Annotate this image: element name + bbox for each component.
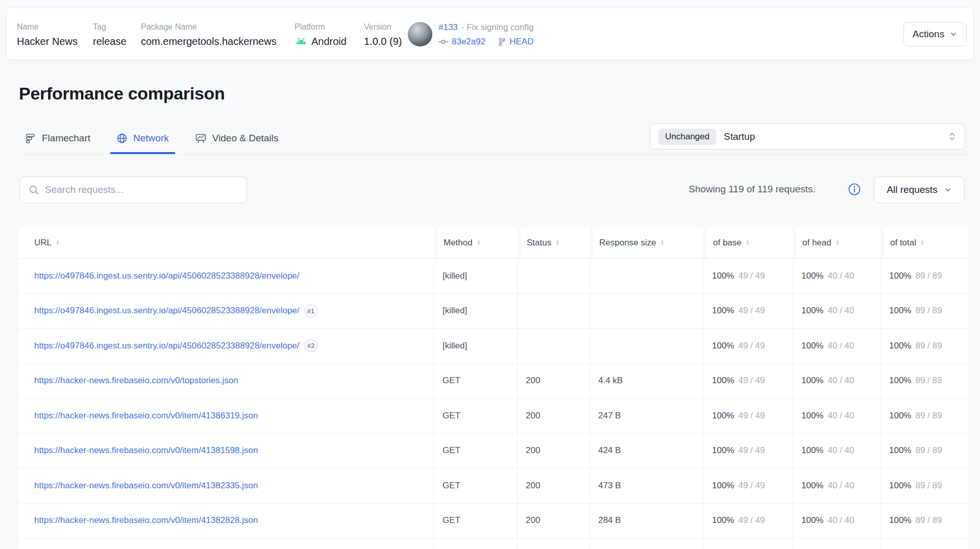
sort-icon[interactable]: ▲▼ [660, 240, 665, 246]
table-row: https://o497846.ingest.us.sentry.io/api/… [19, 329, 968, 364]
performance-comparison-page: Name Hacker News Tag release Package Nam… [0, 0, 980, 549]
of-head-cell: 100%40 / 40 [793, 504, 880, 538]
version-field: Version 1.0.0 (9) [364, 22, 402, 47]
fraction-value: 49 / 49 [738, 341, 765, 351]
tab-label: Video & Details [212, 133, 279, 144]
column-header-of-total[interactable]: of total▲▼ [880, 228, 968, 258]
flamechart-icon [25, 133, 36, 144]
field-label: Version [364, 22, 402, 32]
search-input[interactable] [45, 184, 239, 195]
filter-label: All requests [887, 184, 937, 195]
of-head-cell: 100%40 / 40 [793, 434, 880, 468]
column-label: Method [444, 238, 473, 248]
url-link[interactable]: https://o497846.ingest.us.sentry.io/api/… [34, 306, 300, 316]
table-header-row: URL▲▼Method▲▼Status▲▼Response size▲▼of b… [19, 228, 968, 258]
tab-video-details[interactable]: Video & Details [189, 124, 285, 154]
actions-label: Actions [913, 29, 944, 40]
percent-value: 100% [801, 306, 823, 316]
of-head-cell: 100%40 / 40 [793, 259, 880, 293]
percent-value: 100% [889, 515, 911, 526]
column-header-url[interactable]: URL▲▼ [19, 228, 434, 258]
table-row-partial [19, 538, 968, 549]
column-header-of-head[interactable]: of head▲▼ [793, 228, 880, 258]
url-link[interactable]: https://hacker-news.firebaseio.com/v0/it… [34, 515, 258, 526]
url-link[interactable]: https://hacker-news.firebaseio.com/v0/it… [34, 481, 258, 491]
app-name-value: Hacker News [17, 35, 78, 47]
fraction-value: 89 / 89 [915, 341, 942, 351]
request-filter-dropdown[interactable]: All requests [874, 177, 965, 203]
commit-icon [438, 38, 448, 45]
search-icon [29, 185, 39, 195]
of-base-cell: 100%49 / 49 [703, 259, 793, 293]
chevron-up-down-icon [948, 132, 957, 141]
percent-value: 100% [712, 411, 734, 421]
sort-icon[interactable]: ▲▼ [920, 240, 924, 246]
percent-value: 100% [889, 341, 911, 351]
request-count-text: Showing 119 of 119 requests. [689, 184, 816, 195]
method-cell: GET [434, 398, 517, 433]
method-cell: [killed] [434, 259, 517, 293]
of-head-cell: 100%40 / 40 [793, 364, 880, 398]
sort-icon[interactable]: ▲▼ [56, 240, 60, 246]
method-cell: GET [434, 364, 517, 398]
response-size-cell: 284 B [590, 504, 703, 538]
tag-value: release [93, 35, 127, 47]
response-size-cell: 247 B [590, 398, 703, 433]
fraction-value: 89 / 89 [915, 481, 942, 491]
video-details-icon [195, 133, 207, 144]
field-label: Package Name [141, 22, 277, 32]
sort-icon[interactable]: ▲▼ [746, 240, 750, 246]
app-info-card: Name Hacker News Tag release Package Nam… [6, 7, 974, 60]
url-link[interactable]: https://o497846.ingest.us.sentry.io/api/… [34, 271, 300, 281]
of-total-cell: 100%89 / 89 [880, 329, 968, 363]
platform-value: Android [295, 35, 347, 47]
url-link[interactable]: https://hacker-news.firebaseio.com/v0/to… [34, 376, 238, 386]
url-link[interactable]: https://hacker-news.firebaseio.com/v0/it… [34, 445, 258, 456]
table-row: https://hacker-news.firebaseio.com/v0/it… [19, 504, 968, 539]
pr-number-link[interactable]: #133 [438, 22, 458, 33]
percent-value: 100% [801, 341, 823, 351]
of-total-cell: 100%89 / 89 [880, 434, 968, 468]
sort-icon[interactable]: ▲▼ [836, 240, 840, 246]
column-header-of-base[interactable]: of base▲▼ [703, 228, 793, 258]
commit-line: 83e2a92 HEAD [438, 36, 543, 47]
column-header-method[interactable]: Method▲▼ [434, 228, 517, 258]
status-cell: 200 [517, 364, 590, 398]
sort-icon[interactable]: ▲▼ [477, 240, 481, 246]
of-base-cell: 100%49 / 49 [703, 364, 793, 398]
percent-value: 100% [801, 481, 823, 491]
percent-value: 100% [889, 376, 911, 386]
sort-icon[interactable]: ▲▼ [555, 240, 559, 246]
status-cell: 200 [517, 398, 590, 433]
tab-flamechart[interactable]: Flamechart [19, 124, 96, 154]
of-total-cell: 100%89 / 89 [880, 398, 968, 433]
globe-icon [116, 133, 128, 144]
fraction-value: 49 / 49 [738, 445, 765, 456]
search-box [19, 177, 247, 203]
comparison-select[interactable]: Unchanged Startup [650, 123, 965, 149]
fraction-value: 40 / 40 [827, 271, 854, 281]
info-icon[interactable] [848, 183, 861, 196]
table-row: https://hacker-news.firebaseio.com/v0/it… [19, 398, 968, 434]
url-link[interactable]: https://hacker-news.firebaseio.com/v0/it… [34, 411, 258, 421]
head-ref-label: HEAD [509, 36, 533, 47]
android-icon [295, 36, 308, 46]
actions-button[interactable]: Actions [903, 22, 967, 46]
of-total-cell: 100%89 / 89 [880, 259, 968, 293]
column-header-status[interactable]: Status▲▼ [517, 228, 590, 258]
tab-network[interactable]: Network [110, 124, 175, 154]
column-header-response-size[interactable]: Response size▲▼ [590, 228, 703, 258]
percent-value: 100% [801, 515, 823, 526]
of-base-cell: 100%49 / 49 [703, 398, 793, 433]
commit-link[interactable]: 83e2a92 [438, 36, 485, 47]
response-size-cell [590, 329, 703, 363]
table-body: https://o497846.ingest.us.sentry.io/api/… [19, 258, 968, 549]
status-cell: 200 [517, 504, 590, 538]
field-label: Tag [93, 22, 127, 32]
request-index-badge: #1 [305, 305, 317, 317]
fraction-value: 89 / 89 [915, 271, 942, 281]
fraction-value: 89 / 89 [915, 306, 942, 316]
fraction-value: 89 / 89 [915, 411, 942, 421]
url-link[interactable]: https://o497846.ingest.us.sentry.io/api/… [34, 341, 300, 351]
head-ref-link[interactable]: HEAD [498, 36, 533, 47]
